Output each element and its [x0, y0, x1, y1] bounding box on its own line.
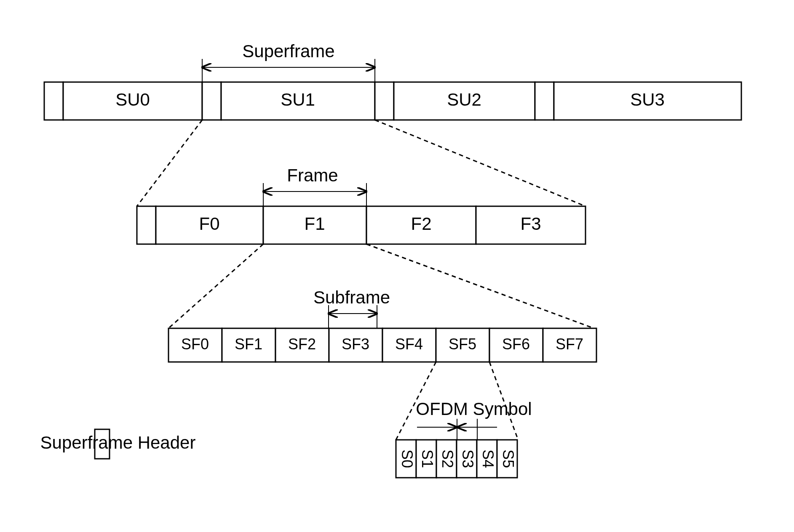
sf6: SF6	[502, 335, 530, 353]
subframe-row: SF0 SF1 SF2 SF3 SF4 SF5 SF6 SF7	[168, 328, 596, 362]
svg-line-18	[168, 244, 263, 328]
sf5: SF5	[449, 335, 476, 353]
sf-header-0	[44, 82, 63, 120]
frame-label: Frame	[287, 165, 338, 185]
su2: SU2	[447, 90, 481, 109]
frame-hierarchy-diagram: Superframe SU0 SU1 SU2 SU3 Frame F0 F1 F…	[0, 0, 794, 532]
s5: S5	[500, 450, 517, 468]
f3: F3	[520, 214, 541, 234]
f1: F1	[304, 214, 325, 234]
superframe-label: Superframe	[242, 41, 334, 61]
svg-line-9	[137, 120, 202, 206]
legend-label: Superframe Header	[40, 433, 196, 452]
su0: SU0	[115, 90, 150, 109]
sf1: SF1	[235, 335, 262, 353]
legend: Superframe Header	[40, 429, 196, 459]
svg-line-19	[366, 244, 594, 328]
s3: S3	[459, 450, 476, 468]
sf-header-3	[535, 82, 554, 120]
sf4: SF4	[395, 335, 423, 353]
ofdm-label: OFDM Symbol	[416, 399, 532, 419]
f2: F2	[411, 214, 431, 234]
sf7: SF7	[556, 335, 583, 353]
su1: SU1	[281, 90, 315, 109]
svg-line-10	[375, 120, 585, 206]
s2: S2	[439, 450, 456, 468]
sf2: SF2	[288, 335, 316, 353]
symbol-row: S0 S1 S2 S3 S4 S5	[396, 440, 517, 478]
sf0: SF0	[181, 335, 209, 353]
su3: SU3	[630, 90, 665, 109]
sf-header-1	[202, 82, 221, 120]
f0: F0	[199, 214, 219, 234]
sf-header-2	[375, 82, 394, 120]
sf3: SF3	[342, 335, 369, 353]
frame-header	[137, 206, 156, 244]
frame-row: F0 F1 F2 F3	[137, 206, 585, 244]
superframe-row: SU0 SU1 SU2 SU3	[44, 82, 741, 120]
s4: S4	[479, 450, 497, 468]
s1: S1	[419, 450, 436, 468]
s0: S0	[398, 450, 416, 468]
subframe-label: Subframe	[313, 287, 390, 307]
